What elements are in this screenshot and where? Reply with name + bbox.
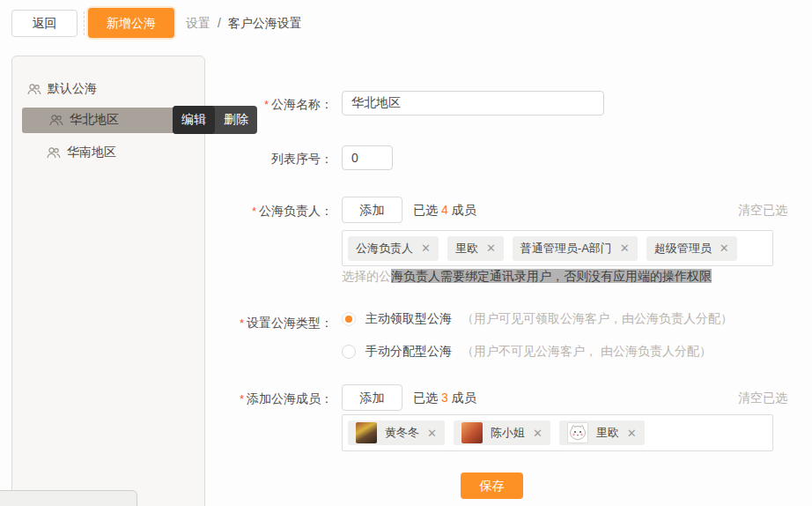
member-tag: 黄冬冬 ✕ bbox=[348, 420, 445, 445]
clear-members-link[interactable]: 清空已选 bbox=[738, 391, 787, 406]
radio-option-assign-pool[interactable]: 手动分配型公海 （用户不可见公海客户， 由公海负责人分配） bbox=[342, 344, 712, 360]
sidebar-item-north-region[interactable]: 华北地区 bbox=[49, 112, 119, 128]
pool-type-label: *设置公海类型： bbox=[205, 316, 333, 331]
sidebar-item-label: 华南地区 bbox=[67, 145, 116, 160]
owner-hint-highlighted: 海负责人需要绑定通讯录用户，否则没有应用端的操作权限 bbox=[391, 269, 712, 283]
close-icon[interactable]: ✕ bbox=[620, 242, 630, 255]
clear-owners-link[interactable]: 清空已选 bbox=[738, 203, 787, 219]
avatar bbox=[461, 422, 483, 443]
tag-label: 陈小姐 bbox=[491, 425, 525, 441]
list-order-input[interactable] bbox=[342, 145, 393, 170]
breadcrumb-separator: / bbox=[218, 16, 221, 30]
breadcrumb-settings[interactable]: 设置 bbox=[186, 16, 210, 30]
radio-description: （用户可见可领取公海客户，由公海负责人分配） bbox=[461, 311, 733, 327]
owner-tags-container: 公海负责人 ✕ 里欧 ✕ 普通管理员-A部门 ✕ 超级管理员 ✕ bbox=[342, 230, 773, 266]
close-icon[interactable]: ✕ bbox=[427, 427, 437, 440]
delete-button[interactable]: 删除 bbox=[215, 106, 257, 134]
owner-tag: 里欧 ✕ bbox=[447, 236, 504, 261]
owner-count-number: 4 bbox=[441, 203, 448, 217]
member-selected-count: 已选3成员 bbox=[413, 391, 476, 406]
people-icon bbox=[49, 114, 63, 127]
radio-description: （用户不可见公海客户， 由公海负责人分配） bbox=[461, 344, 712, 360]
cartoon-face-icon bbox=[568, 423, 587, 443]
breadcrumb-current: 客户公海设置 bbox=[228, 16, 302, 30]
radio-option-claim-pool[interactable]: 主动领取型公海 （用户可见可领取公海客户，由公海负责人分配） bbox=[342, 311, 733, 327]
radio-title: 主动领取型公海 bbox=[365, 311, 452, 327]
close-icon[interactable]: ✕ bbox=[421, 242, 431, 255]
bottom-left-panel bbox=[0, 490, 137, 506]
sidebar-item-default-pool[interactable]: 默认公海 bbox=[27, 81, 97, 97]
owner-tag: 公海负责人 ✕ bbox=[348, 236, 439, 261]
member-tag: 里欧 ✕ bbox=[559, 420, 645, 445]
edit-button[interactable]: 编辑 bbox=[173, 106, 215, 134]
member-count-number: 3 bbox=[441, 391, 448, 405]
owner-tag: 超级管理员 ✕ bbox=[646, 236, 737, 261]
pool-owner-label: *公海负责人： bbox=[205, 204, 333, 220]
people-icon bbox=[47, 146, 61, 160]
close-icon[interactable]: ✕ bbox=[533, 427, 543, 440]
add-pool-button[interactable]: 新增公海 bbox=[88, 8, 174, 38]
radio-unselected-icon[interactable] bbox=[342, 345, 356, 359]
radio-selected-icon[interactable] bbox=[342, 312, 356, 326]
sidebar-item-label: 华北地区 bbox=[70, 112, 119, 128]
people-icon bbox=[27, 83, 41, 96]
breadcrumb: 设置 / 客户公海设置 bbox=[186, 16, 302, 32]
close-icon[interactable]: ✕ bbox=[486, 242, 496, 255]
avatar bbox=[356, 422, 377, 443]
list-order-label: 列表序号： bbox=[205, 152, 333, 167]
owner-selected-count: 已选4成员 bbox=[413, 203, 476, 219]
add-owner-button[interactable]: 添加 bbox=[342, 197, 402, 223]
sidebar-item-south-region[interactable]: 华南地区 bbox=[47, 145, 116, 160]
owner-hint-text: 选择的公海负责人需要绑定通讯录用户，否则没有应用端的操作权限 bbox=[342, 269, 712, 285]
topbar-divider bbox=[84, 11, 85, 35]
tag-label: 公海负责人 bbox=[356, 241, 413, 257]
tag-label: 黄冬冬 bbox=[385, 425, 419, 441]
tag-label: 里欧 bbox=[455, 241, 478, 257]
required-asterisk: * bbox=[252, 205, 256, 218]
close-icon[interactable]: ✕ bbox=[627, 427, 637, 440]
required-asterisk: * bbox=[240, 392, 244, 406]
edit-delete-tooltip: 编辑 删除 bbox=[173, 106, 257, 134]
pool-member-label: *添加公海成员： bbox=[205, 391, 333, 407]
member-tags-container: 黄冬冬 ✕ 陈小姐 ✕ 里欧 ✕ bbox=[342, 414, 773, 451]
required-asterisk: * bbox=[264, 98, 269, 111]
tag-label: 超级管理员 bbox=[654, 241, 712, 257]
back-button[interactable]: 返回 bbox=[11, 10, 78, 37]
pool-name-input[interactable] bbox=[342, 91, 604, 115]
sidebar-item-label: 默认公海 bbox=[48, 81, 97, 97]
close-icon[interactable]: ✕ bbox=[720, 242, 729, 255]
owner-tag: 普通管理员-A部门 ✕ bbox=[513, 236, 638, 261]
member-tag: 陈小姐 ✕ bbox=[454, 420, 550, 445]
save-button[interactable]: 保存 bbox=[461, 473, 523, 499]
avatar bbox=[567, 422, 588, 443]
tag-label: 普通管理员-A部门 bbox=[520, 241, 612, 257]
radio-title: 手动分配型公海 bbox=[365, 344, 452, 360]
add-member-button[interactable]: 添加 bbox=[342, 384, 402, 411]
tag-label: 里欧 bbox=[596, 425, 619, 441]
required-asterisk: * bbox=[240, 316, 244, 330]
